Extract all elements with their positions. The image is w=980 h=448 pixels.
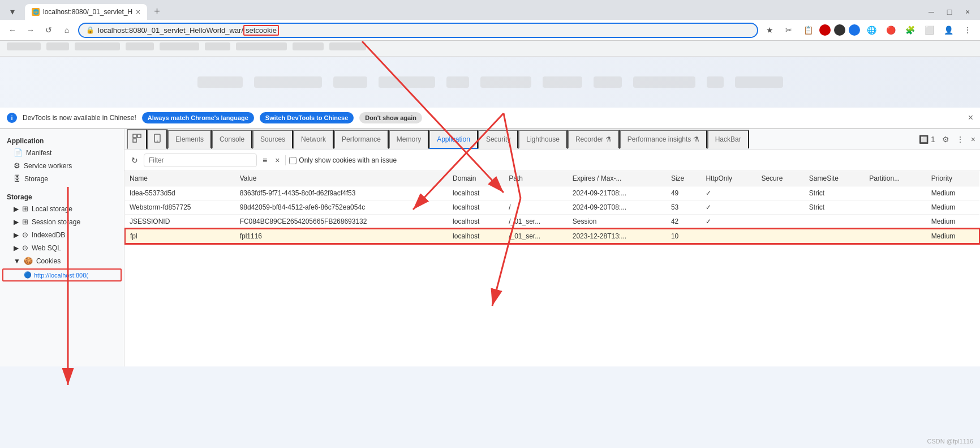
table-cell: JSESSIONID [125,215,235,229]
devtools-feedback-icon[interactable]: 🔲 1 [917,133,938,146]
table-cell: 53 [667,200,702,215]
table-cell [865,200,926,215]
extension-black[interactable] [834,24,845,36]
forward-button[interactable]: → [23,22,38,38]
match-language-button[interactable]: Always match Chrome's language [142,112,254,123]
tab-memory[interactable]: Memory [389,130,429,149]
bookmarks-bar [0,41,980,57]
tab-close-button[interactable]: × [136,7,140,16]
sidebar-item-local-storage[interactable]: ▶ ⊞ Local storage [0,202,124,215]
devtools-panel: Application 📄 Manifest ⚙ Service workers… [0,129,980,366]
devtools-more-icon[interactable]: ⋮ [954,133,966,146]
maximize-button[interactable]: □ [942,4,957,20]
filter-input[interactable] [144,153,257,167]
table-header-row: Name Value Domain Path Expires / Max-...… [125,171,979,186]
table-cell: localhost [448,229,504,244]
tab-performance-insights[interactable]: Performance insights ⚗ [620,130,707,149]
col-name: Name [125,171,235,186]
extension-btn-3[interactable]: 🌐 [863,22,879,38]
tab-console[interactable]: Console [212,130,252,149]
devtools-close-icon[interactable]: × [969,133,978,146]
refresh-cookies-button[interactable]: ↻ [129,155,140,166]
sidebar-item-storage[interactable]: 🗄 Storage [0,172,124,185]
profile-button[interactable]: 👤 [940,22,956,38]
table-cell: 98d42059-bf84-4512-afe6-86c752ea054c [235,200,448,215]
col-domain: Domain [448,171,504,186]
dont-show-again-button[interactable]: Don't show again [359,112,422,123]
svg-rect-2 [133,139,136,142]
extension-btn-2[interactable]: 📋 [800,22,816,38]
close-window-button[interactable]: × [960,4,975,20]
table-cell: 49 [667,186,702,200]
tab-favicon: 🌐 [32,8,40,16]
tab-performance[interactable]: Performance [334,130,389,149]
toolbar-separator [285,155,286,165]
banner-close-button[interactable]: × [968,113,973,123]
table-cell: fpl [125,229,235,244]
sidebar-item-service-workers[interactable]: ⚙ Service workers [0,159,124,172]
tab-hackbar[interactable]: HackBar [707,130,749,149]
extension-btn-4[interactable]: 🔴 [883,22,899,38]
table-cell: ✓ [701,200,757,215]
reload-button[interactable]: ↺ [41,22,57,38]
browser-window: ▾ 🌐 localhost:8080/_01_servlet_H × + ─ □… [0,0,980,448]
cookie-toolbar: ↻ ≡ × Only show cookies with an issue [124,150,980,171]
devtools-device-button[interactable] [147,129,167,150]
table-row[interactable]: Idea-55373d5d8363fdf5-9f71-4435-8c0f-d62… [125,186,979,200]
table-cell: Session [568,215,667,229]
table-cell [865,229,926,244]
table-cell [757,186,804,200]
table-cell: localhost [448,215,504,229]
devtools-language-banner: i DevTools is now available in Chinese! … [0,108,980,129]
sidebar-item-websql[interactable]: ▶ ⊙ Web SQL [0,241,124,254]
url-bar[interactable]: 🔒 localhost:8080/_01_servlet_HelloWorld_… [78,23,758,38]
expand-icon: ▶ [14,244,19,252]
table-cell: 42 [667,215,702,229]
table-row[interactable]: JSESSIONIDFC084BC89CE2654205665FB2686931… [125,215,979,229]
table-cell: ✓ [701,215,757,229]
table-cell: 2023-12-28T13:... [568,229,667,244]
active-tab[interactable]: 🌐 localhost:8080/_01_servlet_H × [25,4,147,20]
bookmark-button[interactable]: ★ [762,22,777,38]
tab-application[interactable]: Application [429,130,478,149]
split-screen-button[interactable]: ⬜ [921,22,937,38]
page-content: i DevTools is now available in Chinese! … [0,57,980,366]
tab-lighthouse[interactable]: Lighthouse [518,130,568,149]
col-size: Size [667,171,702,186]
sidebar-item-indexeddb[interactable]: ▶ ⊙ IndexedDB [0,228,124,241]
devtools-inspector-button[interactable] [127,129,147,150]
home-button[interactable]: ⌂ [59,22,75,38]
show-issues-checkbox-label[interactable]: Only show cookies with an issue [289,156,397,164]
new-tab-button[interactable]: + [149,3,165,20]
minimize-button[interactable]: ─ [923,4,939,20]
table-row[interactable]: Webstorm-fd85772598d42059-bf84-4512-afe6… [125,200,979,215]
tab-sources[interactable]: Sources [252,130,293,149]
websql-icon: ⊙ [22,244,28,252]
sidebar-cookies-localhost[interactable]: 🔵 http://localhost:808( [2,268,122,281]
tab-network[interactable]: Network [293,130,334,149]
more-menu-button[interactable]: ⋮ [960,22,975,38]
extension-red[interactable] [819,24,831,36]
table-row[interactable]: fplfpl1116localhost/_01_ser...2023-12-28… [125,229,979,244]
tab-recorder[interactable]: Recorder ⚗ [568,130,620,149]
sidebar-item-cookies[interactable]: ▼ 🍪 Cookies [0,254,124,267]
table-cell [805,215,865,229]
back-button[interactable]: ← [5,22,20,38]
clear-filter-button[interactable]: ≡ [260,155,269,166]
tab-elements[interactable]: Elements [167,130,212,149]
sidebar-item-manifest[interactable]: 📄 Manifest [0,146,124,159]
extensions-button[interactable]: 🧩 [902,22,918,38]
extension-btn-1[interactable]: ✂ [781,22,797,38]
tab-dropdown-button[interactable]: ▾ [5,4,20,20]
sidebar-item-session-storage[interactable]: ▶ ⊞ Session storage [0,215,124,228]
delete-cookies-button[interactable]: × [273,155,282,166]
switch-chinese-button[interactable]: Switch DevTools to Chinese [260,112,354,123]
expand-icon: ▶ [14,231,19,239]
table-cell: Idea-55373d5d [125,186,235,200]
show-issues-checkbox[interactable] [289,157,296,164]
devtools-settings-icon[interactable]: ⚙ [940,133,952,146]
extension-blue[interactable] [849,24,860,36]
table-cell: 10 [667,229,702,244]
cookie-table-wrapper: Name Value Domain Path Expires / Max-...… [124,171,980,366]
tab-security[interactable]: Security [478,130,518,149]
